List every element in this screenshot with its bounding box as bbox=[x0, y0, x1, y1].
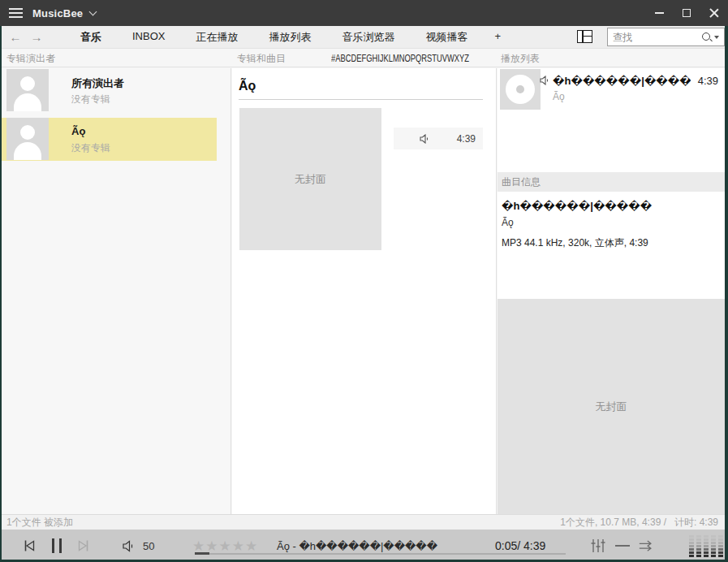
minimize-button[interactable] bbox=[645, 0, 673, 26]
no-cover-label: 无封面 bbox=[596, 400, 627, 414]
search-input[interactable] bbox=[608, 32, 701, 43]
playlist-item-artist: Ãǫ bbox=[553, 91, 565, 102]
player-bar: 50 ★★★★★ Ãǫ - �h������|����� 0:05/ 4:39 bbox=[0, 530, 728, 562]
album-cover-placeholder[interactable]: 无封面 bbox=[239, 108, 381, 250]
close-button[interactable] bbox=[700, 0, 728, 26]
search-icon[interactable] bbox=[701, 32, 713, 43]
volume-level[interactable]: 50 bbox=[143, 540, 154, 552]
window-border-right bbox=[725, 26, 728, 562]
window-border-left bbox=[0, 26, 2, 562]
next-track-button[interactable] bbox=[75, 538, 92, 553]
app-title[interactable]: MusicBee bbox=[32, 7, 83, 19]
speaker-icon bbox=[420, 134, 430, 144]
shuffle-icon[interactable] bbox=[638, 538, 654, 553]
artist-row-all[interactable]: 所有演出者 没有专辑 bbox=[2, 69, 217, 112]
forward-arrow-icon[interactable]: → bbox=[26, 30, 47, 44]
track-info-artist: Ãǫ bbox=[502, 217, 514, 228]
search-box bbox=[607, 28, 725, 46]
tab-music-explorer[interactable]: 音乐浏览器 bbox=[326, 30, 410, 45]
artist-subtitle: 没有专辑 bbox=[71, 93, 110, 106]
artist-name: Ãǫ bbox=[71, 125, 85, 137]
track-row[interactable]: 4:39 bbox=[394, 128, 483, 149]
track-info-title: �h������|����� bbox=[502, 200, 652, 212]
artists-panel-header: 专辑演出者 bbox=[6, 52, 55, 66]
tab-now-playing[interactable]: 正在播放 bbox=[180, 30, 253, 45]
close-icon bbox=[709, 8, 719, 18]
visualizer-toggle-icon[interactable] bbox=[614, 538, 631, 553]
spectrum-display-icon[interactable] bbox=[689, 535, 723, 558]
volume-icon[interactable] bbox=[122, 538, 136, 553]
status-right: 1个文件, 10.7 MB, 4:39 / 计时: 4:39 bbox=[560, 516, 728, 530]
speaker-icon bbox=[540, 76, 550, 85]
albums-panel: Ãǫ 无封面 4:39 bbox=[232, 68, 497, 514]
musicbee-window: MusicBee ← → 音乐 INBOX 正在播放 播放列表 音乐浏览器 视频… bbox=[0, 0, 728, 562]
playlist-item[interactable]: �h������|����� 4:39 Ãǫ bbox=[498, 69, 725, 112]
albums-panel-header: 专辑和曲目 bbox=[237, 52, 286, 66]
artist-avatar-icon bbox=[6, 69, 49, 111]
search-caret-icon[interactable] bbox=[714, 36, 719, 39]
alphabet-index[interactable]: #ABCDEFGHIJKLMNOPQRSTUVWXYZ bbox=[331, 53, 469, 64]
seek-bar-progress bbox=[195, 552, 209, 555]
maximize-icon bbox=[683, 9, 691, 17]
title-bar: MusicBee bbox=[0, 0, 728, 26]
cd-icon bbox=[500, 69, 541, 110]
artist-heading[interactable]: Ãǫ bbox=[239, 79, 256, 93]
playback-time[interactable]: 0:05/ 4:39 bbox=[495, 539, 545, 552]
artists-panel: 所有演出者 没有专辑 Ãǫ 没有专辑 bbox=[0, 68, 231, 514]
track-duration: 4:39 bbox=[457, 133, 483, 145]
panel-layout-icon[interactable] bbox=[577, 30, 592, 43]
chevron-down-icon[interactable] bbox=[89, 7, 97, 15]
new-tab-button[interactable]: + bbox=[483, 30, 512, 45]
artist-subtitle: 没有专辑 bbox=[71, 141, 110, 155]
playlist-item-duration: 4:39 bbox=[698, 75, 718, 87]
artist-name: 所有演出者 bbox=[71, 76, 124, 91]
equalizer-icon[interactable] bbox=[590, 538, 606, 553]
tab-playlists[interactable]: 播放列表 bbox=[253, 30, 326, 45]
playlist-panel-header: 播放列表 bbox=[501, 52, 540, 66]
artist-avatar-icon bbox=[6, 118, 49, 160]
minimize-icon bbox=[655, 12, 664, 14]
tab-music[interactable]: 音乐 bbox=[65, 30, 117, 45]
track-cover-placeholder: 无封面 bbox=[498, 299, 725, 514]
tab-inbox[interactable]: INBOX bbox=[117, 30, 180, 45]
track-info-header: 曲目信息 bbox=[498, 172, 725, 192]
maximize-button[interactable] bbox=[673, 0, 700, 26]
now-playing-title[interactable]: Ãǫ - �h������|����� bbox=[243, 540, 471, 552]
right-panel: �h������|����� 4:39 Ãǫ 曲目信息 �h������|���… bbox=[498, 68, 725, 514]
no-cover-label: 无封面 bbox=[295, 172, 326, 187]
artist-row-selected[interactable]: Ãǫ 没有专辑 bbox=[2, 118, 217, 161]
back-arrow-icon[interactable]: ← bbox=[5, 30, 26, 44]
status-bar: 1个文件 被添加 1个文件, 10.7 MB, 4:39 / 计时: 4:39 bbox=[0, 514, 728, 530]
tab-video-podcast[interactable]: 视频播客 bbox=[410, 30, 483, 45]
track-info-format: MP3 44.1 kHz, 320k, 立体声, 4:39 bbox=[502, 236, 648, 250]
previous-track-button[interactable] bbox=[21, 538, 37, 553]
playlist-item-title: �h������|����� bbox=[553, 75, 691, 87]
hamburger-menu-icon[interactable] bbox=[0, 0, 31, 26]
seek-bar[interactable] bbox=[195, 553, 566, 555]
status-left: 1个文件 被添加 bbox=[0, 516, 73, 530]
heading-divider bbox=[239, 99, 483, 100]
panel-header-strip: 专辑演出者 专辑和曲目 #ABCDEFGHIJKLMNOPQRSTUVWXYZ … bbox=[0, 49, 728, 67]
pause-button[interactable] bbox=[49, 538, 65, 553]
